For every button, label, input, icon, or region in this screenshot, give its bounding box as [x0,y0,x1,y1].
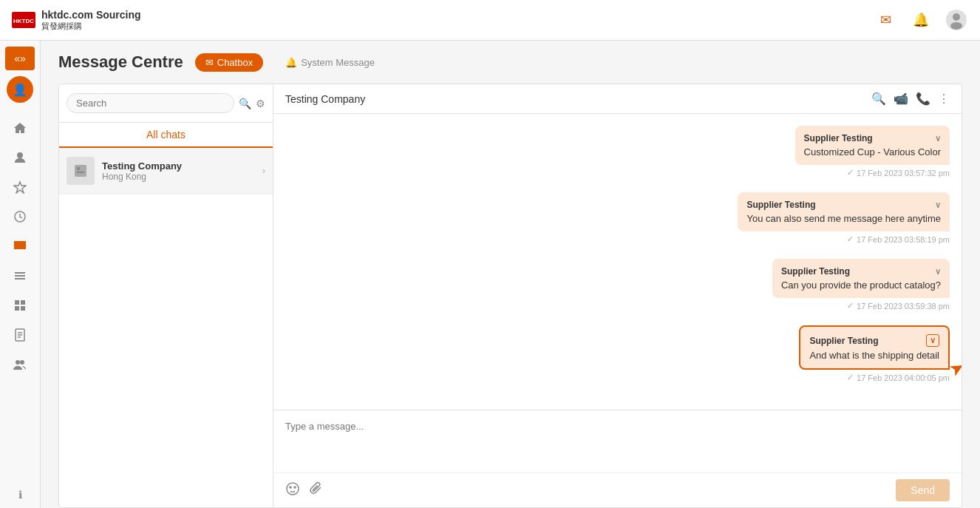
chat-item-info: Testing Company Hong Kong [102,160,255,182]
top-nav-icons: ✉ 🔔 [874,8,968,32]
check-icon: ✓ [847,373,854,382]
sidebar-info-icon[interactable]: ℹ [18,489,22,501]
logo-area: hktdc.com Sourcing 貿發網採購 [41,9,141,32]
logo-text-sub: 貿發網採購 [41,21,141,32]
messaging-panel: 🔍 ⚙ All chats Testing Company Hong Kong … [58,84,962,508]
chat-item-location: Hong Kong [102,172,255,182]
svg-rect-11 [15,300,19,305]
chat-window-header: Testing Company 🔍 📹 📞 ⋮ [273,84,962,114]
message-bubble-highlighted: Supplier Testing ∨ And what is the shipp… [799,325,950,370]
sidebar: «» 👤 ℹ [0,41,41,508]
svg-point-24 [287,483,299,495]
sidebar-item-history[interactable] [5,203,35,230]
sidebar-item-team[interactable] [5,351,35,378]
sidebar-item-user[interactable] [5,144,35,171]
tab-system-message[interactable]: 🔔 System Message [275,53,385,72]
search-input[interactable] [67,93,234,113]
message-block: Supplier Testing ∨ Customized Cup - Vari… [285,126,950,189]
message-input[interactable] [273,410,962,470]
message-sender: Supplier Testing ∨ [781,266,941,277]
page-title: Message Centre [58,53,183,72]
search-bar: 🔍 ⚙ [59,84,273,123]
sidebar-item-orders[interactable] [5,263,35,289]
chat-window-title: Testing Company [285,93,365,105]
send-button[interactable]: Send [896,479,950,501]
sidebar-toggle-button[interactable]: «» [5,47,35,70]
message-text: Customized Cup - Various Color [804,146,941,158]
svg-point-26 [294,487,296,488]
svg-marker-6 [14,182,26,193]
page-header: Message Centre ✉ Chatbox 🔔 System Messag… [58,53,962,72]
chat-input-tools [285,481,324,500]
search-icon[interactable]: 🔍 [239,98,251,109]
notification-icon[interactable]: 🔔 [909,8,933,32]
sidebar-item-reports[interactable] [5,322,35,348]
svg-point-19 [16,360,20,365]
chat-list-panel: 🔍 ⚙ All chats Testing Company Hong Kong … [59,84,273,507]
all-chats-label[interactable]: All chats [59,123,273,148]
sidebar-item-home[interactable] [5,115,35,141]
main-layout: «» 👤 ℹ Message Ce [0,41,980,508]
user-menu-icon[interactable] [945,8,968,32]
message-sender: Supplier Testing ∨ [804,133,941,143]
sidebar-item-messages[interactable] [5,233,35,260]
svg-rect-10 [15,278,25,280]
message-time: ✓ 17 Feb 2023 04:00:05 pm [847,373,950,382]
svg-rect-13 [15,306,19,311]
message-collapse-icon[interactable]: ∨ [926,334,939,347]
message-text: You can also send me message here anytim… [746,213,941,224]
svg-rect-12 [21,300,25,305]
svg-rect-9 [15,275,25,277]
attachment-icon[interactable] [309,481,324,500]
check-icon: ✓ [847,301,854,311]
top-nav: HKTDC hktdc.com Sourcing 貿發網採購 ✉ 🔔 [0,0,980,41]
logo-flag: HKTDC [12,12,35,28]
chatbox-label: Chatbox [217,57,253,68]
check-icon: ✓ [847,234,854,244]
mail-icon[interactable]: ✉ [874,8,897,32]
chat-list-item[interactable]: Testing Company Hong Kong › [59,148,273,194]
message-collapse-icon[interactable]: ∨ [935,134,941,143]
chatbox-icon: ✉ [205,57,214,68]
message-collapse-icon[interactable]: ∨ [935,200,941,210]
video-icon[interactable]: 📹 [894,92,908,106]
message-sender: Supplier Testing ∨ [746,200,941,210]
message-bubble: Supplier Testing ∨ Customized Cup - Vari… [795,126,950,165]
chat-item-name: Testing Company [102,160,255,172]
emoji-icon[interactable] [285,481,300,500]
message-block: Supplier Testing ∨ You can also send me … [285,192,950,256]
message-bubble: Supplier Testing ∨ Can you provide the p… [772,259,950,298]
more-options-icon[interactable]: ⋮ [938,92,950,106]
content-area: Message Centre ✉ Chatbox 🔔 System Messag… [41,41,980,508]
message-time: ✓ 17 Feb 2023 03:59:38 pm [847,301,950,311]
svg-rect-21 [75,165,86,177]
search-chat-icon[interactable]: 🔍 [871,92,886,106]
message-text: And what is the shipping detail [809,350,939,361]
message-collapse-icon[interactable]: ∨ [935,267,941,277]
message-time: ✓ 17 Feb 2023 03:57:32 pm [847,168,950,177]
settings-icon[interactable]: ⚙ [256,98,265,109]
system-message-icon: 🔔 [285,57,297,68]
chevron-right-icon: › [262,166,265,176]
chat-item-avatar [67,157,95,185]
message-time: ✓ 17 Feb 2023 03:58:19 pm [847,234,950,244]
sidebar-item-favorites[interactable] [5,174,35,200]
svg-rect-8 [15,272,25,274]
message-block: Supplier Testing ∨ Can you provide the p… [285,259,950,322]
svg-rect-14 [21,306,25,311]
svg-point-4 [950,22,962,30]
svg-text:HKTDC: HKTDC [13,18,34,24]
message-bubble: Supplier Testing ∨ You can also send me … [738,192,950,231]
message-sender: Supplier Testing ∨ [809,334,939,347]
svg-point-20 [20,360,24,365]
message-block: Supplier Testing ∨ And what is the shipp… [285,325,950,394]
svg-point-5 [17,152,23,158]
sidebar-item-products[interactable] [5,292,35,319]
svg-rect-22 [77,167,80,170]
logo-text-main: hktdc.com Sourcing [41,9,141,21]
phone-icon[interactable]: 📞 [916,92,930,106]
chat-messages: Supplier Testing ∨ Customized Cup - Vari… [273,114,962,410]
tab-chatbox[interactable]: ✉ Chatbox [195,53,263,72]
svg-rect-23 [77,172,84,173]
chat-window-actions: 🔍 📹 📞 ⋮ [871,92,950,106]
